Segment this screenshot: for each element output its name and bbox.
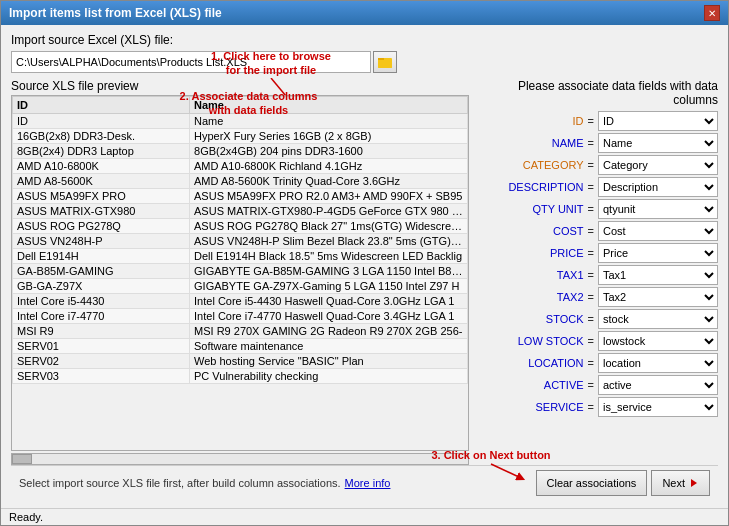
field-select-service[interactable]: is_service (598, 397, 718, 417)
table-row: ASUS MATRIX-GTX980ASUS MATRIX-GTX980-P-4… (13, 204, 468, 219)
cell-name: AMD A10-6800K Richland 4.1GHz (190, 159, 468, 174)
cell-name: Name (190, 114, 468, 129)
cell-id: GA-B85M-GAMING (13, 264, 190, 279)
field-label-low-stock: LOW STOCK (504, 335, 584, 347)
equals-sign: = (588, 335, 594, 347)
folder-icon (378, 55, 392, 69)
field-select-qty-unit[interactable]: qtyunit (598, 199, 718, 219)
field-label-cost: COST (504, 225, 584, 237)
table-row: SERV03PC Vulnerability checking (13, 369, 468, 384)
equals-sign: = (588, 203, 594, 215)
cell-name: 8GB(2x4GB) 204 pins DDR3-1600 (190, 144, 468, 159)
preview-table-container: ID Name IDName16GB(2x8) DDR3-Desk.HyperX… (11, 95, 469, 451)
cell-name: GIGABYTE GA-Z97X-Gaming 5 LGA 1150 Intel… (190, 279, 468, 294)
main-area: Source XLS file preview 2. Associate dat… (11, 79, 718, 465)
cell-name: ASUS VN248H-P Slim Bezel Black 23.8" 5ms… (190, 234, 468, 249)
callout-arrow-3 (451, 462, 531, 482)
table-row: AMD A8-5600KAMD A8-5600K Trinity Quad-Co… (13, 174, 468, 189)
field-row: ACTIVE=active (477, 375, 718, 395)
field-label-tax1: TAX1 (504, 269, 584, 281)
table-row: SERV02Web hosting Service "BASIC" Plan (13, 354, 468, 369)
field-row: TAX1=Tax1 (477, 265, 718, 285)
cell-id: SERV03 (13, 369, 190, 384)
file-row: 1. Click here to browse for the import f… (11, 51, 718, 73)
cell-name: Intel Core i7-4770 Haswell Quad-Core 3.4… (190, 309, 468, 324)
table-row: ASUS ROG PG278QASUS ROG PG278Q Black 27"… (13, 219, 468, 234)
field-select-description[interactable]: Description (598, 177, 718, 197)
field-select-low-stock[interactable]: lowstock (598, 331, 718, 351)
field-select-tax2[interactable]: Tax2 (598, 287, 718, 307)
table-row: Dell E1914HDell E1914H Black 18.5" 5ms W… (13, 249, 468, 264)
field-select-active[interactable]: active (598, 375, 718, 395)
cell-name: ASUS M5A99FX PRO R2.0 AM3+ AMD 990FX + S… (190, 189, 468, 204)
clear-associations-button[interactable]: Clear associations (536, 470, 648, 496)
browse-button[interactable] (373, 51, 397, 73)
col-header-id: ID (13, 97, 190, 114)
cell-name: ASUS MATRIX-GTX980-P-4GD5 GeForce GTX 98… (190, 204, 468, 219)
field-row: DESCRIPTION=Description (477, 177, 718, 197)
field-select-tax1[interactable]: Tax1 (598, 265, 718, 285)
equals-sign: = (588, 225, 594, 237)
cell-name: GIGABYTE GA-B85M-GAMING 3 LGA 1150 Intel… (190, 264, 468, 279)
equals-sign: = (588, 313, 594, 325)
svg-line-5 (491, 464, 521, 478)
col-header-name: Name (190, 97, 468, 114)
field-select-location[interactable]: location (598, 353, 718, 373)
table-row: AMD A10-6800KAMD A10-6800K Richland 4.1G… (13, 159, 468, 174)
field-row: LOCATION=location (477, 353, 718, 373)
field-select-cost[interactable]: Cost (598, 221, 718, 241)
fields-scroll: ID=IDNAME=NameCATEGORY=CategoryDESCRIPTI… (477, 111, 718, 465)
cell-name: MSI R9 270X GAMING 2G Radeon R9 270X 2GB… (190, 324, 468, 339)
cell-id: SERV02 (13, 354, 190, 369)
file-path-input[interactable] (11, 51, 371, 73)
next-button[interactable]: Next (651, 470, 710, 496)
cell-name: Intel Core i5-4430 Haswell Quad-Core 3.0… (190, 294, 468, 309)
right-panel: Please associate data fields with data c… (477, 79, 718, 465)
field-label-category: CATEGORY (504, 159, 584, 171)
bottom-bar: Select import source XLS file first, aft… (11, 465, 718, 500)
field-label-description: DESCRIPTION (504, 181, 584, 193)
field-row: SERVICE=is_service (477, 397, 718, 417)
field-row: STOCK=stock (477, 309, 718, 329)
window-title: Import items list from Excel (XLS) file (9, 6, 222, 20)
cell-id: ASUS MATRIX-GTX980 (13, 204, 190, 219)
right-header: Please associate data fields with data c… (477, 79, 718, 107)
equals-sign: = (588, 137, 594, 149)
cell-id: AMD A10-6800K (13, 159, 190, 174)
field-select-price[interactable]: Price (598, 243, 718, 263)
bottom-status: Select import source XLS file first, aft… (19, 477, 341, 489)
field-label-tax2: TAX2 (504, 291, 584, 303)
table-row: SERV01Software maintenance (13, 339, 468, 354)
cell-id: SERV01 (13, 339, 190, 354)
field-label-price: PRICE (504, 247, 584, 259)
svg-rect-1 (378, 60, 392, 68)
field-label-name: NAME (504, 137, 584, 149)
field-row: LOW STOCK=lowstock (477, 331, 718, 351)
field-row: PRICE=Price (477, 243, 718, 263)
more-info-link[interactable]: More info (345, 477, 391, 489)
table-row: Intel Core i7-4770Intel Core i7-4770 Has… (13, 309, 468, 324)
close-button[interactable]: ✕ (704, 5, 720, 21)
cell-id: Intel Core i7-4770 (13, 309, 190, 324)
cell-id: Dell E1914H (13, 249, 190, 264)
field-select-name[interactable]: Name (598, 133, 718, 153)
table-row: MSI R9MSI R9 270X GAMING 2G Radeon R9 27… (13, 324, 468, 339)
table-row: Intel Core i5-4430Intel Core i5-4430 Has… (13, 294, 468, 309)
equals-sign: = (588, 181, 594, 193)
field-select-stock[interactable]: stock (598, 309, 718, 329)
field-select-category[interactable]: Category (598, 155, 718, 175)
cell-id: ASUS M5A99FX PRO (13, 189, 190, 204)
scrollbar-thumb[interactable] (12, 454, 32, 464)
field-label-active: ACTIVE (504, 379, 584, 391)
horizontal-scrollbar[interactable] (11, 453, 469, 465)
equals-sign: = (588, 247, 594, 259)
field-select-id[interactable]: ID (598, 111, 718, 131)
cell-name: Web hosting Service "BASIC" Plan (190, 354, 468, 369)
source-label: Import source Excel (XLS) file: (11, 33, 718, 47)
table-row: ASUS M5A99FX PROASUS M5A99FX PRO R2.0 AM… (13, 189, 468, 204)
equals-sign: = (588, 115, 594, 127)
table-row: 8GB(2x4) DDR3 Laptop8GB(2x4GB) 204 pins … (13, 144, 468, 159)
cell-id: Intel Core i5-4430 (13, 294, 190, 309)
cell-name: ASUS ROG PG278Q Black 27" 1ms(GTG) Wides… (190, 219, 468, 234)
cell-name: AMD A8-5600K Trinity Quad-Core 3.6GHz (190, 174, 468, 189)
